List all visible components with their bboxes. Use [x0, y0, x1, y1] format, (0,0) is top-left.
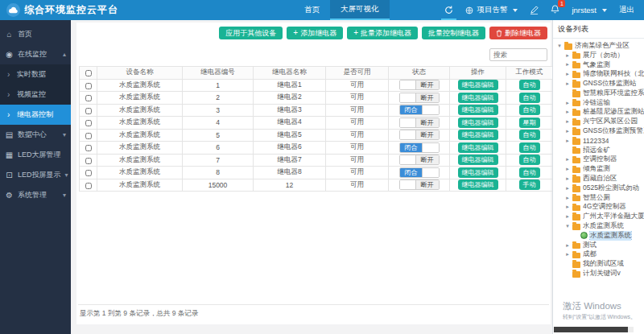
row-checkbox[interactable]	[85, 133, 92, 139]
tree-node[interactable]: ▸测试	[555, 241, 644, 250]
relay-state-toggle[interactable]: 断开	[399, 93, 440, 103]
batch-control-relay-button[interactable]: 批量控制继电器	[422, 27, 485, 39]
tree-node[interactable]: ▸桩基阻尼渗压监测站	[555, 108, 644, 118]
logout-button[interactable]: 退出	[619, 5, 634, 15]
tree-expand-icon[interactable]: ▸	[564, 195, 571, 201]
work-mode-button[interactable]: 星期	[519, 118, 540, 128]
tree-node[interactable]: ▸兴宁区风景区公园	[555, 117, 644, 126]
work-mode-button[interactable]: 自动	[519, 80, 540, 90]
tree-node[interactable]: ▸博彦物联网科技（北京）有	[555, 69, 644, 79]
sidebar-item[interactable]: ⌂首页	[0, 24, 71, 44]
tree-expand-icon[interactable]: ▸	[564, 138, 571, 144]
relay-edit-button[interactable]: 继电器编辑	[458, 118, 498, 128]
tree-node[interactable]: 我的测试区域	[555, 259, 644, 269]
tree-expand-icon[interactable]: ▸	[564, 71, 571, 77]
tree-expand-icon[interactable]: ▸	[564, 185, 571, 192]
tree-expand-icon[interactable]: ▸	[564, 213, 571, 220]
row-checkbox[interactable]	[85, 120, 92, 126]
relay-edit-button[interactable]: 继电器编辑	[458, 155, 498, 165]
sidebar-item[interactable]: ›视频监控	[0, 85, 71, 105]
sidebar-item[interactable]: ▤数据中心▾	[0, 125, 71, 145]
notifications-button[interactable]: 1	[551, 5, 559, 15]
sidebar-item[interactable]: ›实时数据	[0, 64, 71, 85]
tree-node[interactable]: ▸广州太平洋金融大厦	[555, 212, 644, 221]
tree-expand-icon[interactable]: ▸	[564, 80, 571, 87]
tree-expand-icon[interactable]: ▸	[564, 109, 571, 115]
apply-to-other-devices-button[interactable]: 应用于其他设备	[219, 27, 283, 39]
tree-expand-icon[interactable]: ▸	[564, 118, 571, 125]
relay-state-toggle[interactable]: 闭合	[399, 105, 440, 115]
tree-expand-icon[interactable]: ▸	[564, 100, 571, 106]
horizontal-scrollbar[interactable]	[554, 327, 634, 332]
scrollbar-thumb[interactable]	[554, 327, 628, 332]
tree-node[interactable]: ▸冷链运输	[555, 98, 644, 108]
relay-edit-button[interactable]: 继电器编辑	[458, 167, 498, 178]
tree-node[interactable]: 智慧粮库环境监控系统	[555, 89, 644, 98]
nav-item[interactable]: 首页	[294, 0, 330, 20]
relay-edit-button[interactable]: 继电器编辑	[458, 80, 498, 90]
tree-node[interactable]: ▸1122334	[555, 136, 644, 146]
relay-edit-button[interactable]: 继电器编辑	[458, 130, 498, 140]
sidebar-item[interactable]: ◉在线监控▴	[0, 44, 71, 64]
tree-expand-icon[interactable]: ▸	[564, 52, 571, 59]
work-mode-button[interactable]: 手动	[519, 179, 540, 190]
tree-node[interactable]: ▸GNSS位移监测预警系统	[555, 126, 644, 136]
row-checkbox[interactable]	[85, 95, 92, 101]
tree-expand-icon[interactable]: ▸	[564, 204, 571, 210]
project-alerts-menu[interactable]: 项目告警	[465, 5, 518, 15]
relay-edit-button[interactable]: 继电器编辑	[458, 93, 498, 103]
tree-node[interactable]: ▸GNSS位移监测站	[555, 79, 644, 89]
work-mode-button[interactable]: 自动	[519, 93, 540, 103]
relay-state-toggle[interactable]: 断开	[399, 130, 440, 140]
tree-expand-icon[interactable]: ▸	[564, 251, 571, 258]
sidebar-item[interactable]: ⊡LED投屏显示▾	[0, 165, 71, 185]
tree-collapse-icon[interactable]: ▾	[564, 223, 571, 229]
refresh-icon[interactable]	[444, 6, 453, 14]
tree-node[interactable]: 水质监测系统	[555, 231, 644, 241]
relay-state-toggle[interactable]: 断开	[399, 118, 440, 128]
relay-state-toggle[interactable]: 断开	[399, 80, 440, 90]
tree-expand-icon[interactable]: ▸	[564, 166, 571, 172]
row-checkbox[interactable]	[85, 108, 92, 114]
tree-expand-icon[interactable]: ▸	[564, 61, 571, 68]
relay-state-toggle[interactable]: 闭合	[399, 167, 440, 178]
tree-node[interactable]: ▾济南某绿色产业区	[555, 41, 644, 51]
tree-node[interactable]: ▸倾角监测	[555, 164, 644, 174]
tree-node[interactable]: ▸气象监测	[555, 60, 644, 70]
tree-node[interactable]: ▸0525粉尘测试勿动	[555, 183, 644, 193]
relay-edit-button[interactable]: 继电器编辑	[458, 105, 498, 115]
work-mode-button[interactable]: 自动	[519, 142, 540, 153]
relay-edit-button[interactable]: 继电器编辑	[458, 142, 498, 153]
tree-expand-icon[interactable]: ▸	[564, 128, 571, 134]
delete-relay-button[interactable]: 删除继电器	[489, 27, 547, 39]
tree-node[interactable]: 计划关键词v	[555, 269, 644, 278]
tree-node[interactable]: ▸成都	[555, 250, 644, 260]
nav-item[interactable]: 大屏可视化	[330, 0, 390, 20]
tree-node[interactable]: ▸4G空调控制器	[555, 203, 644, 212]
tree-node[interactable]: ▸空调控制器	[555, 155, 644, 165]
user-menu[interactable]: jnrstest	[572, 6, 607, 14]
tree-node[interactable]: ▸智慧公厕	[555, 193, 644, 203]
row-checkbox[interactable]	[85, 170, 92, 176]
sidebar-item[interactable]: ›继电器控制	[0, 105, 71, 125]
relay-state-toggle[interactable]: 闭合	[399, 142, 440, 153]
edit-pen-icon[interactable]	[530, 6, 539, 14]
work-mode-button[interactable]: 自动	[519, 167, 540, 178]
batch-add-relay-button[interactable]: +批量添加继电器	[347, 27, 418, 39]
add-relay-button[interactable]: +添加继电器	[287, 27, 343, 39]
relay-edit-button[interactable]: 继电器编辑	[458, 179, 498, 190]
relay-state-toggle[interactable]: 断开	[399, 155, 440, 165]
tree-expand-icon[interactable]: ▸	[564, 242, 571, 249]
tree-node[interactable]: ▸西藏自治区	[555, 174, 644, 183]
row-checkbox[interactable]	[85, 83, 92, 89]
tree-node[interactable]: ▾水质监测系统	[555, 221, 644, 231]
work-mode-button[interactable]: 自动	[519, 130, 540, 140]
tree-node[interactable]: ▸展厅（勿动）	[555, 51, 644, 60]
search-input[interactable]	[489, 48, 547, 61]
work-mode-button[interactable]: 自动	[519, 155, 540, 165]
tree-node[interactable]: 招远金矿	[555, 146, 644, 155]
tree-collapse-icon[interactable]: ▾	[556, 43, 563, 49]
row-checkbox[interactable]	[85, 183, 92, 189]
relay-state-toggle[interactable]: 断开	[399, 179, 440, 190]
row-checkbox[interactable]	[85, 145, 92, 151]
